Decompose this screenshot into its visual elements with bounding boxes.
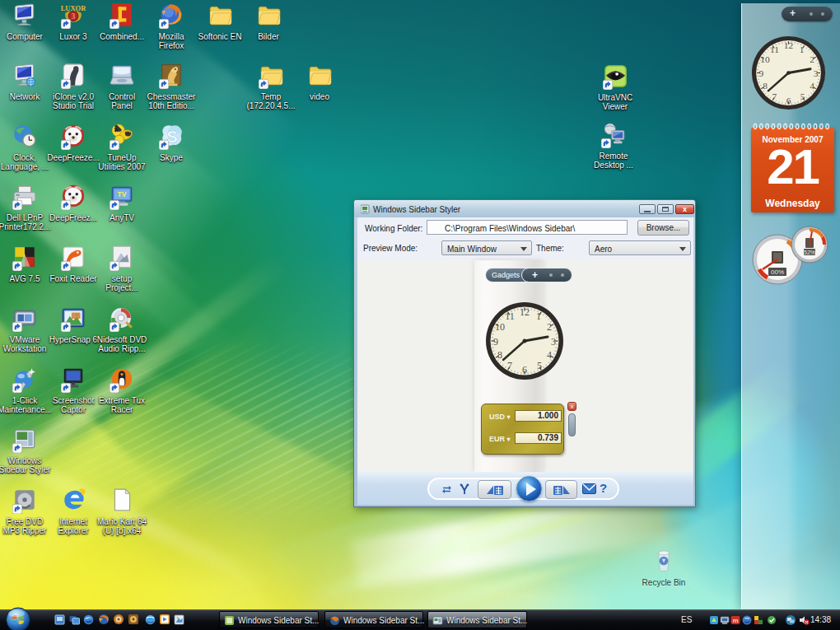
svg-text:2: 2 bbox=[810, 54, 814, 64]
svg-text:52%: 52% bbox=[804, 250, 815, 255]
svg-text:7: 7 bbox=[507, 360, 512, 371]
svg-text:8: 8 bbox=[497, 349, 502, 361]
svg-text:TV: TV bbox=[118, 190, 127, 198]
svg-text:4: 4 bbox=[547, 349, 552, 361]
svg-text:9: 9 bbox=[758, 68, 763, 78]
svg-text:2: 2 bbox=[547, 321, 552, 333]
svg-text:4: 4 bbox=[810, 81, 814, 91]
svg-text:10: 10 bbox=[495, 321, 505, 333]
svg-text:m: m bbox=[732, 617, 738, 624]
svg-text:6: 6 bbox=[786, 96, 791, 105]
svg-text:3: 3 bbox=[551, 336, 556, 348]
svg-text:8: 8 bbox=[763, 81, 768, 91]
svg-text:5: 5 bbox=[537, 360, 542, 371]
svg-text:3: 3 bbox=[814, 68, 819, 78]
svg-text:10: 10 bbox=[760, 54, 770, 64]
svg-text:9: 9 bbox=[493, 336, 498, 348]
svg-text:12: 12 bbox=[784, 40, 794, 50]
svg-text:5: 5 bbox=[800, 91, 805, 101]
svg-text:3: 3 bbox=[72, 12, 76, 21]
svg-text:1: 1 bbox=[800, 44, 805, 54]
svg-text:LUXOR: LUXOR bbox=[61, 4, 86, 12]
svg-text:1: 1 bbox=[536, 310, 541, 322]
svg-text:11: 11 bbox=[505, 310, 515, 322]
svg-text:12: 12 bbox=[520, 306, 530, 318]
svg-text:7: 7 bbox=[772, 91, 777, 101]
svg-text:6: 6 bbox=[522, 364, 527, 376]
svg-text:00%: 00% bbox=[771, 268, 784, 276]
svg-text:11: 11 bbox=[770, 44, 779, 54]
